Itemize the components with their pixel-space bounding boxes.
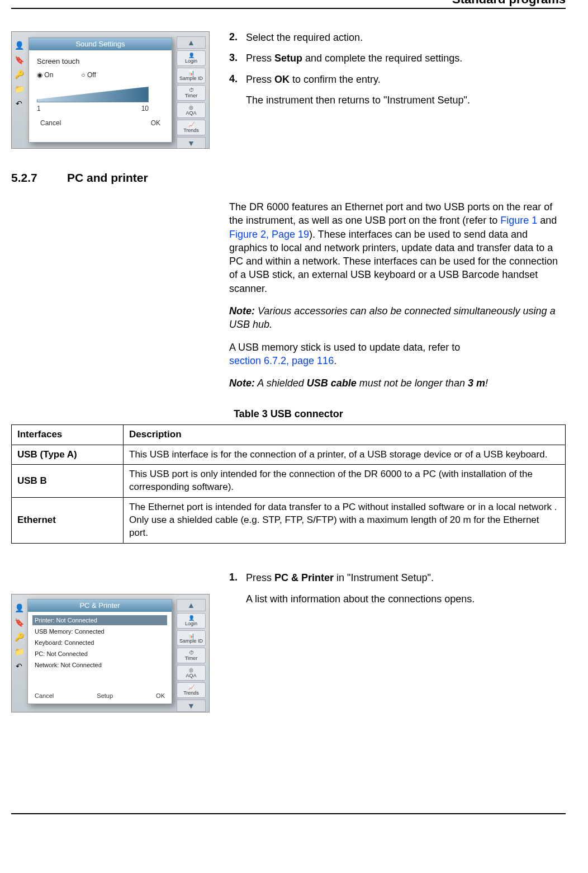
- col-interfaces: Interfaces: [12, 424, 124, 445]
- dialog-title: PC & Printer: [28, 600, 172, 612]
- left-icon-strip: 👤 🔖 🔑 📁 ↶: [13, 603, 25, 671]
- tag-icon: 🔖: [13, 618, 25, 627]
- figure-2-link[interactable]: Figure 2, Page 19: [229, 229, 309, 240]
- list-item[interactable]: PC: Not Connected: [32, 649, 167, 659]
- list-item[interactable]: Network: Not Connected: [32, 660, 167, 670]
- timer-button[interactable]: ⏱Timer: [177, 648, 206, 663]
- section-number: 5.2.7: [11, 171, 50, 185]
- setup-button[interactable]: Setup: [97, 692, 113, 699]
- note: Note: Various accessories can also be co…: [229, 304, 566, 332]
- page-header: Standard programs: [452, 0, 566, 7]
- list-item[interactable]: USB Memory: Connected: [32, 626, 167, 636]
- result-text: The instrument then returns to "Instrume…: [246, 94, 566, 107]
- screen-touch-label: Screen touch: [37, 57, 164, 65]
- instruction-list-2: 1. Press PC & Printer in "Instrument Set…: [229, 572, 566, 584]
- top-rule: Standard programs: [11, 8, 566, 9]
- login-button[interactable]: 👤Login: [177, 613, 206, 629]
- aqa-button[interactable]: ◎AQA: [177, 665, 206, 681]
- pc-printer-dialog: PC & Printer Printer: Not Connected USB …: [27, 599, 172, 704]
- radio-off[interactable]: ○ Off: [81, 71, 96, 79]
- left-icon-strip: 👤 🔖 🔑 📁 ↶: [13, 41, 25, 108]
- dialog-title: Sound Settings: [29, 38, 172, 50]
- key-icon: 🔑: [13, 70, 25, 79]
- usb-connector-table: Interfaces Description USB (Type A) This…: [11, 424, 566, 544]
- radio-on[interactable]: ◉ On: [37, 71, 53, 79]
- step-num: 2.: [229, 31, 246, 44]
- note: Note: A shielded USB cable must not be l…: [229, 376, 566, 390]
- result-text: A list with information about the connec…: [246, 593, 566, 606]
- person-icon: 👤: [13, 603, 25, 612]
- instruction-list-1: 2. Select the required action. 3. Press …: [229, 31, 566, 86]
- section-title: PC and printer: [67, 171, 148, 185]
- ok-button[interactable]: OK: [156, 692, 165, 699]
- cancel-button[interactable]: Cancel: [40, 119, 61, 127]
- sampleid-button[interactable]: 📊Sample ID: [177, 68, 206, 83]
- step-num: 3.: [229, 52, 246, 65]
- step-text: Press PC & Printer in "Instrument Setup"…: [246, 572, 566, 584]
- table-row: Ethernet The Ethernet port is intended f…: [12, 498, 566, 544]
- block-pc-printer: 👤 🔖 🔑 📁 ↶ PC & Printer Printer: Not Conn…: [11, 572, 566, 712]
- step-text: Select the required action.: [246, 31, 566, 44]
- section-heading: 5.2.7 PC and printer: [11, 171, 566, 185]
- step-num: 1.: [229, 572, 246, 584]
- trends-button[interactable]: 📈Trends: [177, 682, 206, 698]
- sound-settings-dialog: Sound Settings Screen touch ◉ On ○ Off 1…: [29, 37, 172, 143]
- scale-max: 10: [141, 105, 149, 112]
- aqa-button[interactable]: ◎AQA: [177, 102, 206, 118]
- right-panel: ▲ 👤Login 📊Sample ID ⏱Timer ◎AQA 📈Trends …: [174, 599, 208, 712]
- list-item[interactable]: Keyboard: Connected: [32, 638, 167, 648]
- volume-slider[interactable]: 1 10: [37, 87, 164, 112]
- key-icon: 🔑: [13, 633, 25, 641]
- step-text: Press OK to confirm the entry.: [246, 73, 566, 86]
- figure-1-link[interactable]: Figure 1: [500, 215, 537, 226]
- paragraph: A USB memory stick is used to update dat…: [229, 341, 566, 368]
- up-arrow-icon[interactable]: ▲: [177, 599, 206, 611]
- device-screen-2: 👤 🔖 🔑 📁 ↶ PC & Printer Printer: Not Conn…: [11, 594, 210, 712]
- up-arrow-icon[interactable]: ▲: [177, 36, 206, 49]
- folder-icon: 📁: [13, 647, 25, 656]
- right-panel: ▲ 👤Login 📊Sample ID ⏱Timer ◎AQA 📈Trends …: [174, 36, 208, 149]
- back-icon: ↶: [13, 662, 25, 671]
- step-num: 4.: [229, 73, 246, 86]
- scale-min: 1: [37, 105, 41, 112]
- paragraph: The DR 6000 features an Ethernet port an…: [229, 200, 566, 295]
- ok-button[interactable]: OK: [151, 119, 160, 127]
- login-button[interactable]: 👤Login: [177, 50, 206, 66]
- back-icon: ↶: [13, 99, 25, 108]
- table-row: USB B This USB port is only intended for…: [12, 465, 566, 498]
- figure-sound-settings: 👤 🔖 🔑 📁 ↶ Sound Settings Screen touch ◉ …: [11, 31, 212, 149]
- table-caption: Table 3 USB connector: [11, 408, 566, 420]
- folder-icon: 📁: [13, 84, 25, 93]
- table-row: USB (Type A) This USB interface is for t…: [12, 445, 566, 465]
- section-link[interactable]: section 6.7.2, page 116: [229, 355, 334, 366]
- footer-rule: 37: [11, 813, 566, 814]
- col-description: Description: [124, 424, 566, 445]
- sampleid-button[interactable]: 📊Sample ID: [177, 630, 206, 646]
- list-item[interactable]: Printer: Not Connected: [32, 615, 167, 625]
- tag-icon: 🔖: [13, 55, 25, 64]
- timer-button[interactable]: ⏱Timer: [177, 85, 206, 101]
- device-screen-1: 👤 🔖 🔑 📁 ↶ Sound Settings Screen touch ◉ …: [11, 31, 210, 149]
- person-icon: 👤: [13, 41, 25, 50]
- cancel-button[interactable]: Cancel: [35, 692, 54, 699]
- block-sound-settings: 👤 🔖 🔑 📁 ↶ Sound Settings Screen touch ◉ …: [11, 31, 566, 149]
- step-text: Press Setup and complete the required se…: [246, 52, 566, 65]
- down-arrow-icon[interactable]: ▼: [177, 137, 206, 149]
- trends-button[interactable]: 📈Trends: [177, 120, 206, 135]
- down-arrow-icon[interactable]: ▼: [177, 700, 206, 712]
